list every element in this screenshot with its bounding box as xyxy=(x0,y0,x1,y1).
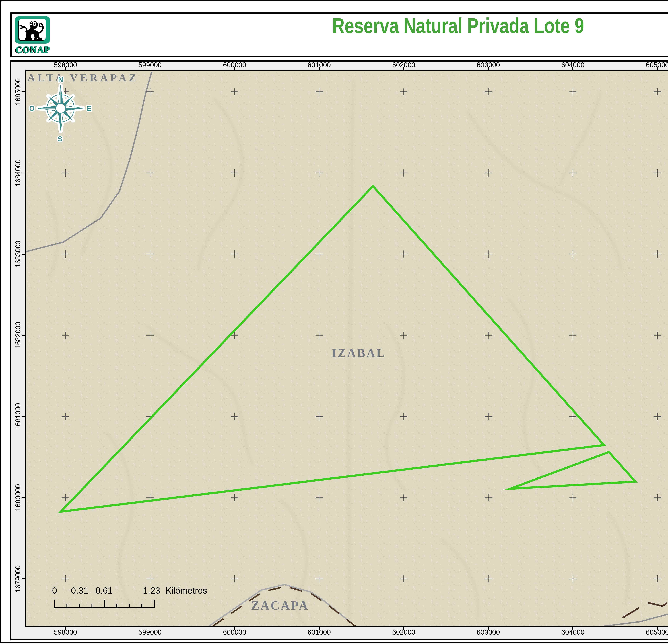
svg-text:1.23: 1.23 xyxy=(143,585,160,595)
svg-text:ZACAPA: ZACAPA xyxy=(251,598,309,612)
svg-text:ALTA VERAPAZ: ALTA VERAPAZ xyxy=(27,72,139,83)
svg-text:E: E xyxy=(87,105,92,112)
svg-text:IZABAL: IZABAL xyxy=(332,346,386,360)
svg-text:Kilómetros: Kilómetros xyxy=(166,585,207,595)
svg-text:0.61: 0.61 xyxy=(95,585,112,595)
svg-text:S: S xyxy=(58,135,62,143)
svg-text:N: N xyxy=(58,76,63,83)
svg-text:O: O xyxy=(29,105,35,112)
svg-text:0: 0 xyxy=(52,585,57,595)
svg-text:0.31: 0.31 xyxy=(71,585,88,595)
